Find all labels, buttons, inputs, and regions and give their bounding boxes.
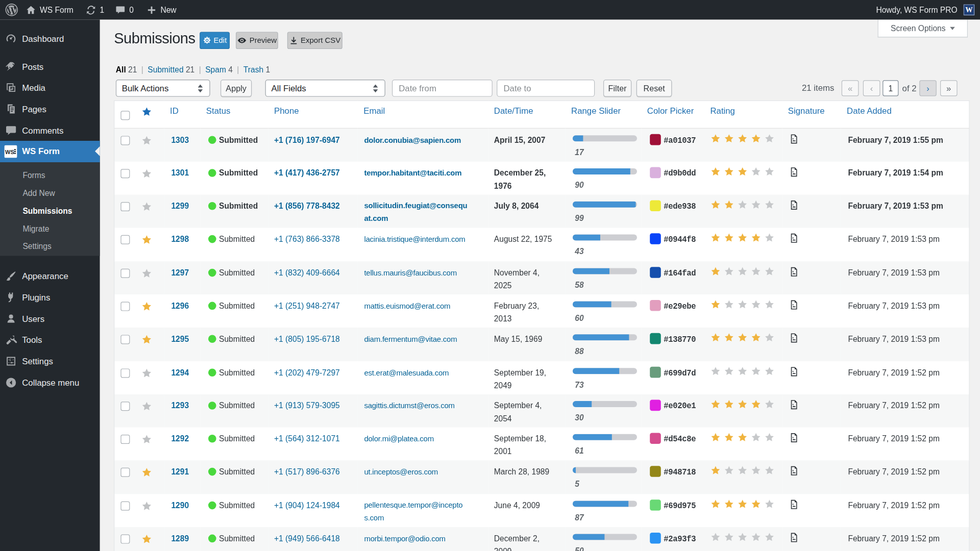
- svg-text:WS: WS: [5, 148, 14, 155]
